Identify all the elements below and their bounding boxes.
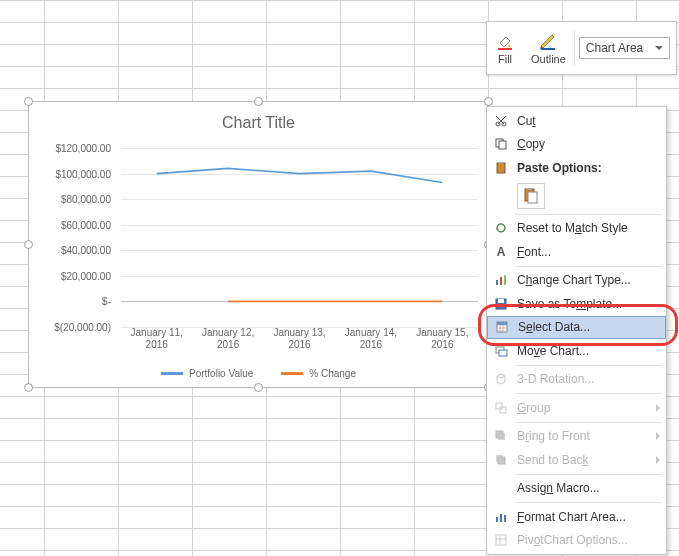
- svg-rect-1: [541, 48, 555, 50]
- submenu-arrow-icon: [656, 432, 660, 440]
- pivot-icon: [491, 531, 511, 549]
- svg-rect-25: [498, 457, 505, 464]
- chart-legend[interactable]: Portfolio Value % Change: [29, 368, 488, 379]
- chart-element-value: Chart Area: [586, 41, 643, 55]
- menu-cut[interactable]: Cut: [487, 109, 666, 133]
- outline-button[interactable]: Outline: [523, 22, 574, 74]
- y-tick-label: $(20,000.00): [54, 322, 111, 333]
- svg-rect-27: [500, 514, 502, 522]
- menu-pivotchart-options: PivotChart Options...: [487, 529, 666, 553]
- menu-separator: [515, 474, 662, 475]
- svg-rect-5: [499, 141, 506, 149]
- plot-canvas: [121, 148, 478, 327]
- svg-rect-29: [496, 535, 506, 545]
- menu-format-chart-area[interactable]: Format Chart Area...: [487, 505, 666, 529]
- svg-rect-28: [504, 515, 506, 522]
- fill-button[interactable]: Fill: [487, 22, 523, 74]
- svg-rect-23: [496, 431, 503, 438]
- svg-rect-7: [499, 162, 503, 164]
- menu-separator: [515, 393, 662, 394]
- y-tick-label: $60,000.00: [61, 219, 111, 230]
- send-back-icon: [491, 451, 511, 469]
- menu-reset-style[interactable]: Reset to Match Style: [487, 217, 666, 241]
- y-tick-label: $40,000.00: [61, 245, 111, 256]
- blank-icon: [491, 479, 511, 497]
- paste-option-default[interactable]: [517, 183, 545, 209]
- chevron-down-icon: [655, 46, 663, 50]
- fill-icon: [495, 31, 515, 53]
- scissors-icon: [491, 112, 511, 130]
- move-chart-icon: [491, 342, 511, 360]
- outline-icon: [538, 31, 558, 53]
- svg-rect-26: [496, 517, 498, 522]
- rotation-icon: [491, 370, 511, 388]
- legend-swatch: [281, 372, 303, 375]
- submenu-arrow-icon: [656, 404, 660, 412]
- svg-rect-12: [500, 277, 502, 285]
- chart-object[interactable]: Chart Title $120,000.00 $100,000.00 $80,…: [28, 101, 489, 388]
- resize-handle[interactable]: [24, 97, 33, 106]
- menu-select-data[interactable]: Select Data...: [487, 316, 666, 340]
- resize-handle[interactable]: [484, 97, 493, 106]
- menu-save-template[interactable]: Save as Template...: [487, 292, 666, 316]
- menu-group: Group: [487, 396, 666, 420]
- svg-rect-19: [499, 350, 507, 356]
- plot-area[interactable]: $120,000.00 $100,000.00 $80,000.00 $60,0…: [43, 148, 478, 327]
- x-tick-label: January 11, 2016: [121, 327, 192, 355]
- resize-handle[interactable]: [254, 97, 263, 106]
- legend-item[interactable]: % Change: [281, 368, 356, 379]
- x-axis: January 11, 2016 January 12, 2016 Januar…: [121, 327, 478, 355]
- y-tick-label: $100,000.00: [55, 168, 111, 179]
- clipboard-icon: [491, 159, 511, 177]
- chart-element-dropdown[interactable]: Chart Area: [579, 37, 670, 59]
- svg-rect-15: [498, 299, 504, 303]
- x-tick-label: January 12, 2016: [192, 327, 263, 355]
- y-axis: $120,000.00 $100,000.00 $80,000.00 $60,0…: [43, 148, 115, 327]
- mini-toolbar: Fill Outline Chart Area: [486, 21, 677, 75]
- paste-options-row: [487, 180, 666, 212]
- menu-copy[interactable]: Copy: [487, 133, 666, 157]
- svg-rect-9: [528, 192, 537, 203]
- menu-font[interactable]: A Font...: [487, 240, 666, 264]
- y-tick-label: $80,000.00: [61, 194, 111, 205]
- svg-rect-0: [498, 48, 512, 50]
- legend-item[interactable]: Portfolio Value: [161, 368, 253, 379]
- toolbar-separator: [574, 30, 575, 66]
- menu-move-chart[interactable]: Move Chart...: [487, 339, 666, 363]
- menu-3d-rotation: 3-D Rotation...: [487, 368, 666, 392]
- x-tick-label: January 15, 2016: [407, 327, 478, 355]
- y-tick-label: $-: [102, 296, 111, 307]
- menu-bring-to-front: Bring to Front: [487, 425, 666, 449]
- svg-rect-10: [527, 188, 532, 190]
- reset-icon: [491, 219, 511, 237]
- menu-separator: [515, 266, 662, 267]
- menu-change-chart-type[interactable]: Change Chart Type...: [487, 269, 666, 293]
- y-tick-label: $120,000.00: [55, 143, 111, 154]
- legend-label: % Change: [309, 368, 356, 379]
- menu-assign-macro[interactable]: Assign Macro...: [487, 477, 666, 501]
- outline-label: Outline: [531, 53, 566, 65]
- group-icon: [491, 399, 511, 417]
- svg-rect-21: [500, 407, 506, 413]
- chart-title[interactable]: Chart Title: [29, 102, 488, 132]
- menu-separator: [515, 422, 662, 423]
- select-data-icon: [492, 318, 512, 336]
- fill-label: Fill: [498, 53, 512, 65]
- x-tick-label: January 14, 2016: [335, 327, 406, 355]
- bring-front-icon: [491, 427, 511, 445]
- menu-label: 3-D Rotation...: [517, 372, 660, 386]
- menu-separator: [515, 214, 662, 215]
- save-template-icon: [491, 295, 511, 313]
- resize-handle[interactable]: [24, 240, 33, 249]
- resize-handle[interactable]: [254, 383, 263, 392]
- menu-separator: [515, 365, 662, 366]
- context-menu: Cut Copy Paste Options: Reset to Match S…: [486, 106, 667, 555]
- chart-lines: [121, 148, 478, 327]
- resize-handle[interactable]: [24, 383, 33, 392]
- chart-type-icon: [491, 271, 511, 289]
- svg-rect-20: [496, 403, 502, 409]
- format-icon: [491, 508, 511, 526]
- svg-rect-13: [504, 275, 506, 285]
- series-portfolio-value[interactable]: [157, 168, 443, 182]
- legend-swatch: [161, 372, 183, 375]
